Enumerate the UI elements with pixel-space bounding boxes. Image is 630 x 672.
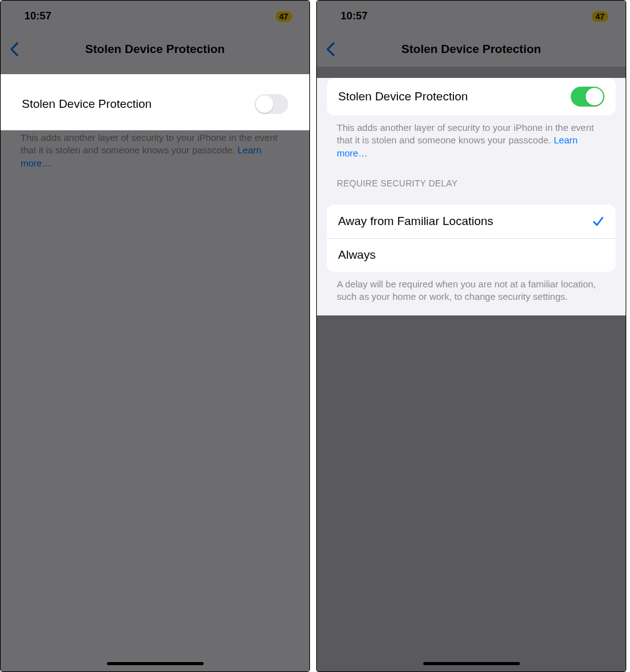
- phone-right: 10:57 47 Stolen Device Protection Stolen…: [316, 0, 626, 672]
- delay-option-away[interactable]: Away from Familiar Locations: [327, 204, 616, 238]
- sdp-card: Stolen Device Protection: [327, 78, 616, 115]
- content: This adds another layer of security to y…: [1, 130, 309, 618]
- delay-footer: A delay will be required when you are no…: [317, 277, 626, 316]
- delay-card: Away from Familiar Locations Always: [327, 204, 616, 272]
- sdp-footer: This adds another layer of security to y…: [1, 130, 309, 170]
- nav-bar: Stolen Device Protection: [1, 32, 309, 67]
- home-indicator[interactable]: [423, 662, 520, 665]
- page-title: Stolen Device Protection: [85, 42, 225, 56]
- back-button[interactable]: [9, 42, 19, 57]
- delay-option-always[interactable]: Always: [327, 238, 616, 272]
- check-icon: [592, 215, 604, 228]
- sdp-toggle[interactable]: [254, 94, 288, 114]
- battery-badge: 47: [276, 11, 292, 22]
- home-indicator[interactable]: [107, 662, 203, 665]
- phone-left: 10:57 47 Stolen Device Protection Stolen…: [0, 0, 310, 672]
- sdp-footer: This adds another layer of security to y…: [317, 120, 626, 160]
- delay-option-label: Always: [338, 248, 376, 262]
- sdp-toggle-label: Stolen Device Protection: [338, 90, 468, 103]
- status-bar: 10:57 47: [1, 1, 309, 32]
- delay-section-header: REQUIRE SECURITY DELAY: [317, 160, 626, 193]
- sdp-toggle[interactable]: [571, 87, 604, 107]
- sdp-toggle-row[interactable]: Stolen Device Protection: [11, 85, 299, 123]
- sdp-card: Stolen Device Protection: [11, 85, 299, 123]
- delay-option-label: Away from Familiar Locations: [338, 214, 493, 228]
- status-time: 10:57: [24, 10, 51, 22]
- highlight-slot: Stolen Device Protection: [1, 74, 309, 130]
- sdp-toggle-row[interactable]: Stolen Device Protection: [327, 78, 616, 115]
- chevron-left-icon: [9, 42, 19, 57]
- sdp-toggle-label: Stolen Device Protection: [22, 97, 152, 111]
